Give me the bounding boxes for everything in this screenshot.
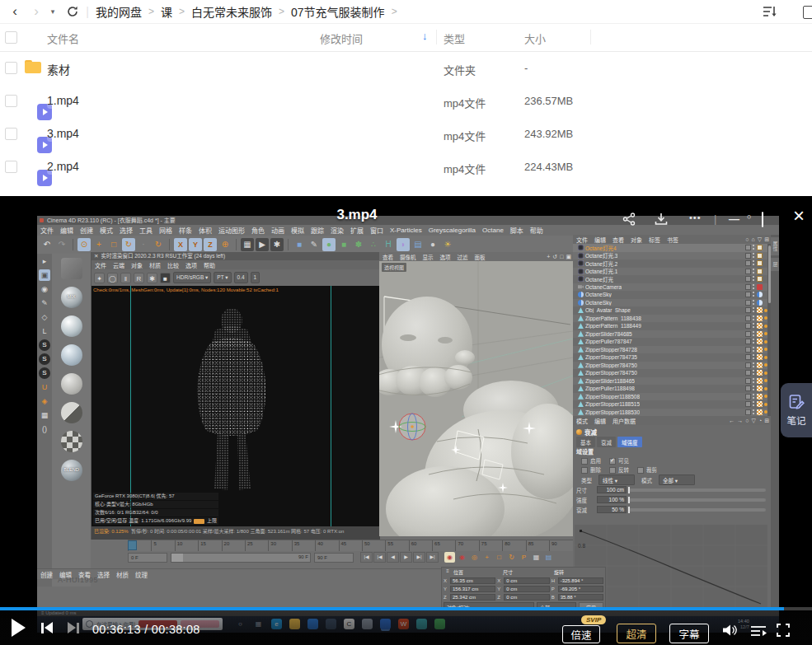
object-visibility-dots[interactable]	[753, 362, 755, 368]
position-value[interactable]: 56.35 cm	[450, 577, 495, 584]
object-visibility-dots[interactable]	[753, 307, 755, 313]
row-checkbox[interactable]	[5, 62, 17, 74]
object-row[interactable]: ZipperPuller787847	[573, 338, 771, 346]
object-visibility-dots[interactable]	[753, 347, 755, 353]
object-visibility-dots[interactable]	[753, 245, 755, 250]
file-name[interactable]: 2.mp4	[47, 160, 79, 173]
sort-order-icon[interactable]	[763, 5, 777, 21]
back-icon[interactable]: ‹	[7, 0, 23, 23]
object-enable-checkbox[interactable]	[745, 354, 751, 360]
rotation-value[interactable]: -69.205 °	[558, 586, 603, 592]
preview-range-slider[interactable]: 90 F	[171, 553, 311, 563]
object-visibility-dots[interactable]	[753, 331, 755, 337]
object-row[interactable]: OctaneSky	[573, 299, 771, 307]
panel-icon[interactable]: ←	[729, 418, 735, 423]
rotation-value[interactable]: -325.894 °	[558, 577, 603, 584]
transport-button[interactable]: |◀	[373, 552, 386, 563]
position-value[interactable]: 156.317 cm	[450, 586, 495, 592]
object-enable-checkbox[interactable]	[745, 292, 751, 297]
panel-icon[interactable]: ▽	[758, 236, 762, 243]
side-tab[interactable]: 属性	[771, 237, 779, 255]
object-row[interactable]: ZipperSlider784685	[573, 330, 771, 339]
maximize-icon[interactable]	[762, 213, 763, 227]
keyframe-button[interactable]: ▤	[543, 552, 554, 563]
object-enable-checkbox[interactable]	[745, 269, 751, 274]
panel-icon[interactable]: ○	[745, 418, 749, 423]
object-row[interactable]: ZipperStopper784728	[573, 346, 771, 354]
col-type[interactable]: 类型	[444, 30, 465, 46]
object-row[interactable]: Octane灯光.1	[573, 268, 771, 276]
breadcrumb-item[interactable]: 课	[161, 3, 172, 20]
object-row[interactable]: Obj_Avatar_Shape	[573, 306, 771, 315]
transport-button[interactable]: |◀	[360, 552, 373, 563]
attribute-tab[interactable]: 衰减	[597, 437, 616, 447]
object-visibility-dots[interactable]	[753, 401, 755, 407]
viewport-nav-icon[interactable]: ↺	[552, 254, 557, 260]
object-row[interactable]: OctaneSky	[573, 291, 771, 299]
object-visibility-dots[interactable]	[753, 354, 755, 360]
object-enable-checkbox[interactable]	[745, 331, 751, 337]
history-caret-icon[interactable]: ▾	[47, 0, 59, 23]
object-row[interactable]: ZipperPuller1188498	[573, 385, 771, 393]
next-episode-button[interactable]	[68, 622, 79, 633]
object-enable-checkbox[interactable]	[745, 370, 751, 376]
transport-button[interactable]: ◀	[387, 552, 399, 563]
size-value[interactable]: 0 cm	[504, 577, 549, 584]
object-row[interactable]: ZipperStopper784735	[573, 353, 771, 362]
object-visibility-dots[interactable]	[753, 323, 755, 329]
object-visibility-dots[interactable]	[753, 284, 755, 290]
object-visibility-dots[interactable]	[753, 292, 755, 297]
end-frame-field[interactable]: 90 F	[314, 553, 354, 563]
object-row[interactable]: Octane灯光4	[573, 244, 771, 252]
rotation-value[interactable]: 35.88 °	[558, 594, 603, 601]
object-enable-checkbox[interactable]	[745, 276, 751, 282]
attribute-slider[interactable]: 尺寸 100 cm	[576, 486, 766, 493]
subtitle-button[interactable]: 字幕	[669, 624, 709, 643]
object-enable-checkbox[interactable]	[745, 260, 751, 266]
keyframe-button[interactable]: ▦	[531, 552, 542, 563]
timeline-ruler[interactable]: 051015202530354045505560657075808590	[128, 540, 573, 551]
object-visibility-dots[interactable]	[753, 378, 755, 384]
object-enable-checkbox[interactable]	[745, 323, 751, 329]
object-visibility-dots[interactable]	[753, 409, 755, 415]
panel-icon[interactable]: ▽	[752, 418, 756, 424]
attribute-checkbox[interactable]: 裁剪	[637, 465, 657, 474]
attribute-checkbox[interactable]: 反转	[609, 465, 629, 474]
size-value[interactable]: 0 cm	[504, 586, 549, 592]
more-icon[interactable]: •••	[689, 213, 702, 222]
row-checkbox[interactable]	[5, 161, 17, 173]
attribute-checkbox[interactable]: 删除	[581, 465, 601, 474]
object-visibility-dots[interactable]	[753, 339, 755, 344]
object-enable-checkbox[interactable]	[745, 409, 751, 415]
panel-icon[interactable]: →	[737, 418, 743, 423]
sort-desc-icon[interactable]: ↓	[422, 30, 428, 42]
panel-icon[interactable]: ◔	[758, 418, 762, 423]
transport-button[interactable]: ▶	[400, 552, 412, 563]
table-row[interactable]: 素材 文件夹 -	[0, 51, 812, 84]
volume-icon[interactable]	[722, 624, 739, 640]
fullscreen-icon[interactable]	[777, 624, 790, 640]
transport-button[interactable]: ▶|	[426, 552, 439, 563]
object-enable-checkbox[interactable]	[745, 339, 751, 344]
viewport-nav-icon[interactable]: ▣	[566, 254, 571, 260]
attribute-slider[interactable]: 衰减 50 %	[576, 506, 766, 513]
object-enable-checkbox[interactable]	[745, 347, 751, 353]
file-name[interactable]: 素材	[47, 61, 70, 77]
previous-episode-button[interactable]	[41, 622, 53, 633]
object-row[interactable]: Octane灯光.2	[573, 259, 771, 268]
panel-icon[interactable]: ⊞	[764, 236, 769, 243]
object-visibility-dots[interactable]	[753, 260, 755, 266]
object-visibility-dots[interactable]	[753, 276, 755, 282]
object-enable-checkbox[interactable]	[745, 401, 751, 407]
download-icon[interactable]	[655, 213, 668, 229]
table-row[interactable]: 1.mp4 mp4文件 236.57MB	[0, 84, 812, 117]
object-row[interactable]: OctaneCamera	[573, 283, 771, 292]
mode-dropdown[interactable]: 全部 ▾	[659, 474, 695, 485]
object-row[interactable]: ZipperSlider1188465	[573, 377, 771, 386]
keyframe-button[interactable]: +	[481, 552, 492, 563]
video-player[interactable]: Cinema 4D R23.110 (RC) - [衣服舞蹈.c4d *] - …	[0, 196, 812, 645]
side-tab[interactable]: 层	[771, 258, 779, 271]
col-modified[interactable]: 修改时间	[320, 30, 363, 46]
breadcrumb-item[interactable]: 白无常未来服饰	[191, 3, 272, 20]
keyframe-button[interactable]: ◎	[469, 552, 480, 563]
